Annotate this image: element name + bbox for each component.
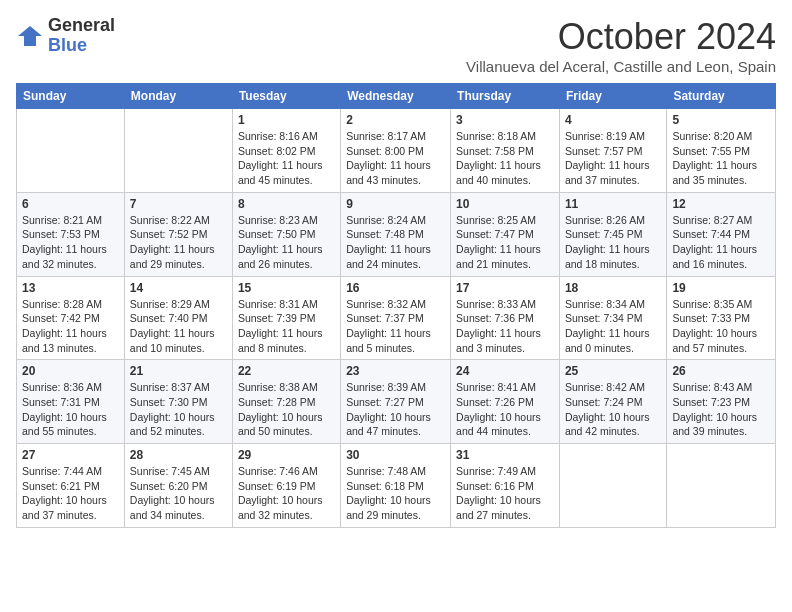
day-info: Sunrise: 8:25 AMSunset: 7:47 PMDaylight:…	[456, 213, 554, 272]
calendar-cell: 21Sunrise: 8:37 AMSunset: 7:30 PMDayligh…	[124, 360, 232, 444]
day-info: Sunrise: 7:49 AMSunset: 6:16 PMDaylight:…	[456, 464, 554, 523]
day-number: 7	[130, 197, 227, 211]
day-number: 15	[238, 281, 335, 295]
calendar-body: 1Sunrise: 8:16 AMSunset: 8:02 PMDaylight…	[17, 109, 776, 528]
calendar-cell: 29Sunrise: 7:46 AMSunset: 6:19 PMDayligh…	[232, 444, 340, 528]
day-number: 19	[672, 281, 770, 295]
day-info: Sunrise: 7:45 AMSunset: 6:20 PMDaylight:…	[130, 464, 227, 523]
day-info: Sunrise: 8:29 AMSunset: 7:40 PMDaylight:…	[130, 297, 227, 356]
calendar-cell: 5Sunrise: 8:20 AMSunset: 7:55 PMDaylight…	[667, 109, 776, 193]
weekday-header: Sunday	[17, 84, 125, 109]
month-title: October 2024	[466, 16, 776, 58]
weekday-header: Wednesday	[341, 84, 451, 109]
day-number: 13	[22, 281, 119, 295]
weekday-header: Friday	[559, 84, 666, 109]
logo-blue: Blue	[48, 36, 115, 56]
day-number: 12	[672, 197, 770, 211]
calendar-cell: 31Sunrise: 7:49 AMSunset: 6:16 PMDayligh…	[451, 444, 560, 528]
day-number: 18	[565, 281, 661, 295]
day-number: 10	[456, 197, 554, 211]
calendar-cell	[17, 109, 125, 193]
calendar-cell: 23Sunrise: 8:39 AMSunset: 7:27 PMDayligh…	[341, 360, 451, 444]
day-number: 8	[238, 197, 335, 211]
day-info: Sunrise: 8:22 AMSunset: 7:52 PMDaylight:…	[130, 213, 227, 272]
calendar-cell: 16Sunrise: 8:32 AMSunset: 7:37 PMDayligh…	[341, 276, 451, 360]
day-info: Sunrise: 8:41 AMSunset: 7:26 PMDaylight:…	[456, 380, 554, 439]
day-number: 20	[22, 364, 119, 378]
calendar-cell: 20Sunrise: 8:36 AMSunset: 7:31 PMDayligh…	[17, 360, 125, 444]
calendar-cell: 8Sunrise: 8:23 AMSunset: 7:50 PMDaylight…	[232, 192, 340, 276]
day-number: 17	[456, 281, 554, 295]
day-number: 9	[346, 197, 445, 211]
calendar-header-row: SundayMondayTuesdayWednesdayThursdayFrid…	[17, 84, 776, 109]
day-number: 3	[456, 113, 554, 127]
day-number: 25	[565, 364, 661, 378]
day-number: 4	[565, 113, 661, 127]
day-number: 31	[456, 448, 554, 462]
calendar-cell: 6Sunrise: 8:21 AMSunset: 7:53 PMDaylight…	[17, 192, 125, 276]
day-info: Sunrise: 8:26 AMSunset: 7:45 PMDaylight:…	[565, 213, 661, 272]
day-info: Sunrise: 8:31 AMSunset: 7:39 PMDaylight:…	[238, 297, 335, 356]
day-info: Sunrise: 8:33 AMSunset: 7:36 PMDaylight:…	[456, 297, 554, 356]
day-number: 29	[238, 448, 335, 462]
calendar-cell: 17Sunrise: 8:33 AMSunset: 7:36 PMDayligh…	[451, 276, 560, 360]
day-info: Sunrise: 8:42 AMSunset: 7:24 PMDaylight:…	[565, 380, 661, 439]
calendar-table: SundayMondayTuesdayWednesdayThursdayFrid…	[16, 83, 776, 528]
day-info: Sunrise: 8:37 AMSunset: 7:30 PMDaylight:…	[130, 380, 227, 439]
day-info: Sunrise: 8:28 AMSunset: 7:42 PMDaylight:…	[22, 297, 119, 356]
day-info: Sunrise: 8:35 AMSunset: 7:33 PMDaylight:…	[672, 297, 770, 356]
page-header: General Blue October 2024 Villanueva del…	[16, 16, 776, 75]
day-info: Sunrise: 8:20 AMSunset: 7:55 PMDaylight:…	[672, 129, 770, 188]
day-number: 23	[346, 364, 445, 378]
day-info: Sunrise: 8:18 AMSunset: 7:58 PMDaylight:…	[456, 129, 554, 188]
day-number: 24	[456, 364, 554, 378]
calendar-week-row: 1Sunrise: 8:16 AMSunset: 8:02 PMDaylight…	[17, 109, 776, 193]
calendar-week-row: 20Sunrise: 8:36 AMSunset: 7:31 PMDayligh…	[17, 360, 776, 444]
day-info: Sunrise: 8:39 AMSunset: 7:27 PMDaylight:…	[346, 380, 445, 439]
calendar-cell: 2Sunrise: 8:17 AMSunset: 8:00 PMDaylight…	[341, 109, 451, 193]
calendar-cell	[667, 444, 776, 528]
day-number: 5	[672, 113, 770, 127]
calendar-cell: 3Sunrise: 8:18 AMSunset: 7:58 PMDaylight…	[451, 109, 560, 193]
calendar-cell: 26Sunrise: 8:43 AMSunset: 7:23 PMDayligh…	[667, 360, 776, 444]
calendar-cell: 25Sunrise: 8:42 AMSunset: 7:24 PMDayligh…	[559, 360, 666, 444]
logo: General Blue	[16, 16, 115, 56]
day-info: Sunrise: 8:43 AMSunset: 7:23 PMDaylight:…	[672, 380, 770, 439]
calendar-cell: 15Sunrise: 8:31 AMSunset: 7:39 PMDayligh…	[232, 276, 340, 360]
calendar-cell: 9Sunrise: 8:24 AMSunset: 7:48 PMDaylight…	[341, 192, 451, 276]
calendar-cell: 7Sunrise: 8:22 AMSunset: 7:52 PMDaylight…	[124, 192, 232, 276]
day-number: 26	[672, 364, 770, 378]
calendar-cell: 19Sunrise: 8:35 AMSunset: 7:33 PMDayligh…	[667, 276, 776, 360]
calendar-cell: 10Sunrise: 8:25 AMSunset: 7:47 PMDayligh…	[451, 192, 560, 276]
calendar-cell: 22Sunrise: 8:38 AMSunset: 7:28 PMDayligh…	[232, 360, 340, 444]
calendar-week-row: 6Sunrise: 8:21 AMSunset: 7:53 PMDaylight…	[17, 192, 776, 276]
calendar-week-row: 27Sunrise: 7:44 AMSunset: 6:21 PMDayligh…	[17, 444, 776, 528]
day-number: 6	[22, 197, 119, 211]
calendar-cell: 12Sunrise: 8:27 AMSunset: 7:44 PMDayligh…	[667, 192, 776, 276]
day-info: Sunrise: 8:23 AMSunset: 7:50 PMDaylight:…	[238, 213, 335, 272]
calendar-cell: 4Sunrise: 8:19 AMSunset: 7:57 PMDaylight…	[559, 109, 666, 193]
day-number: 22	[238, 364, 335, 378]
calendar-cell: 27Sunrise: 7:44 AMSunset: 6:21 PMDayligh…	[17, 444, 125, 528]
day-number: 11	[565, 197, 661, 211]
weekday-header: Thursday	[451, 84, 560, 109]
logo-text: General Blue	[48, 16, 115, 56]
day-info: Sunrise: 8:27 AMSunset: 7:44 PMDaylight:…	[672, 213, 770, 272]
logo-icon	[16, 22, 44, 50]
day-number: 16	[346, 281, 445, 295]
day-info: Sunrise: 8:36 AMSunset: 7:31 PMDaylight:…	[22, 380, 119, 439]
calendar-week-row: 13Sunrise: 8:28 AMSunset: 7:42 PMDayligh…	[17, 276, 776, 360]
weekday-header: Saturday	[667, 84, 776, 109]
day-info: Sunrise: 7:46 AMSunset: 6:19 PMDaylight:…	[238, 464, 335, 523]
day-number: 1	[238, 113, 335, 127]
day-number: 28	[130, 448, 227, 462]
logo-general: General	[48, 16, 115, 36]
weekday-header: Tuesday	[232, 84, 340, 109]
calendar-cell: 28Sunrise: 7:45 AMSunset: 6:20 PMDayligh…	[124, 444, 232, 528]
day-info: Sunrise: 7:44 AMSunset: 6:21 PMDaylight:…	[22, 464, 119, 523]
day-number: 2	[346, 113, 445, 127]
svg-marker-0	[18, 26, 42, 46]
location-title: Villanueva del Aceral, Castille and Leon…	[466, 58, 776, 75]
day-number: 27	[22, 448, 119, 462]
day-info: Sunrise: 8:34 AMSunset: 7:34 PMDaylight:…	[565, 297, 661, 356]
